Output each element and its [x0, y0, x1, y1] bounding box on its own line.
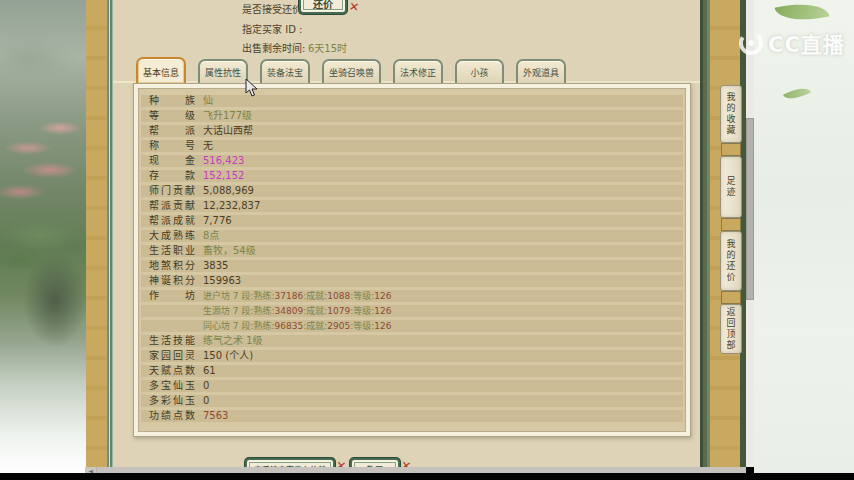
sidebar-connector: [721, 291, 741, 304]
info-value: 3835: [203, 260, 228, 272]
info-value: 7,776: [203, 215, 232, 227]
info-rows: 种 族仙等 级飞升177级帮 派大话山西帮称 号无现 金516,423存 款15…: [139, 95, 685, 422]
info-value: 12,232,837: [203, 200, 260, 212]
info-value: 0: [203, 395, 209, 407]
character-info-panel: 种 族仙等 级飞升177级帮 派大话山西帮称 号无现 金516,423存 款15…: [133, 83, 691, 437]
workshop-text: 同心坊 7 段:: [203, 320, 253, 332]
info-label: 等 级: [149, 110, 195, 122]
mouse-cursor: [245, 78, 259, 98]
info-value: 仙: [203, 95, 213, 107]
sidebar-item-back-to-top[interactable]: 返回顶部: [720, 304, 742, 354]
workshop-text: 37186: [275, 290, 304, 302]
sidebar-connector: [721, 143, 741, 156]
workshop-text: 1088: [327, 290, 350, 302]
info-row: 生活职业畜牧，54级: [141, 245, 683, 257]
info-row: 等 级飞升177级: [141, 110, 683, 122]
tab-mounts[interactable]: 坐骑召唤兽: [322, 59, 381, 83]
info-label: 多宝仙玉: [149, 380, 195, 392]
quick-sidebar: 我的收藏足迹我的还价返回顶部: [719, 85, 743, 354]
info-row: 帮 派大话山西帮: [141, 125, 683, 137]
info-label: 生活技能: [149, 335, 195, 347]
right-green-frame-strip: [700, 0, 710, 467]
workshop-text: 成就:: [306, 305, 327, 317]
tab-appearance[interactable]: 外观道具: [516, 59, 566, 83]
workshop-text: 96835: [275, 320, 304, 332]
info-row: 生活技能练气之术 1级: [141, 335, 683, 347]
info-value: 516,423: [203, 155, 244, 167]
remaining-time-label: 出售剩余时间:: [242, 40, 305, 55]
info-label: 帮派贡献: [149, 200, 195, 212]
tab-attributes[interactable]: 属性抗性: [198, 59, 248, 83]
cancel-x-icon[interactable]: ✕: [348, 0, 360, 15]
tabs: 基本信息属性抗性装备法宝坐骑召唤兽法术修正小孩外观道具: [136, 57, 566, 83]
screen: 是否接受还价: 还价 ✕ 指定买家 ID : 出售剩余时间: 6天15时 基本信…: [0, 0, 854, 480]
info-row: 大成熟练8点: [141, 230, 683, 242]
leaf-decoration-1: [774, 0, 829, 27]
info-label: 地煞积分: [149, 260, 195, 272]
info-value: 7563: [203, 410, 228, 422]
info-row: 生源坊 7 段: 熟练: 34809: 成就: 1079: 等级: 126: [141, 305, 683, 317]
bottom-black-bar: [0, 473, 854, 480]
info-value: 无: [203, 140, 213, 152]
info-value: 159963: [203, 275, 241, 287]
left-tan-frame-strip: [86, 0, 108, 473]
workshop-text: 成就:: [306, 290, 327, 302]
info-row: 帮派贡献12,232,837: [141, 200, 683, 212]
leaf-decoration-2: [783, 83, 811, 105]
info-value: 61: [203, 365, 216, 377]
tab-spell-correction[interactable]: 法术修正: [393, 59, 443, 83]
workshop-text: 126: [374, 305, 391, 317]
buyer-id-label: 指定买家 ID :: [242, 21, 302, 36]
info-row: 存 款152,152: [141, 170, 683, 182]
info-label: 多彩仙玉: [149, 395, 195, 407]
info-value: 5,088,969: [203, 185, 254, 197]
sidebar-connector: [721, 218, 741, 231]
workshop-text: 熟练:: [253, 290, 274, 302]
sidebar-item-my-counter-offers[interactable]: 我的还价: [720, 231, 742, 291]
workshop-text: 等级:: [353, 320, 374, 332]
info-row: 称 号无: [141, 140, 683, 152]
workshop-text: 生源坊 7 段:: [203, 305, 253, 317]
info-row: 神诞积分159963: [141, 275, 683, 287]
info-row: 家园回灵150 (个人): [141, 350, 683, 362]
remaining-time-value: 6天15时: [308, 40, 347, 55]
left-background-art: [0, 0, 86, 473]
workshop-text: 成就:: [306, 320, 327, 332]
info-row: 帮派成就7,776: [141, 215, 683, 227]
cc-live-watermark: CC直播: [738, 28, 845, 58]
info-label: 称 号: [149, 140, 195, 152]
tab-basic-info[interactable]: 基本信息: [136, 57, 186, 83]
info-value: 飞升177级: [203, 110, 252, 122]
info-label: 存 款: [149, 170, 195, 182]
info-row: 师门贡献5,088,969: [141, 185, 683, 197]
info-row: 多宝仙玉0: [141, 380, 683, 392]
vertical-scrollbar-thumb[interactable]: [746, 118, 754, 300]
info-label: 现 金: [149, 155, 195, 167]
info-row: 天赋点数61: [141, 365, 683, 377]
info-value: 大话山西帮: [203, 125, 253, 137]
info-label: 生活职业: [149, 245, 195, 257]
tab-equipment[interactable]: 装备法宝: [260, 59, 310, 83]
tab-child[interactable]: 小孩: [455, 59, 504, 83]
info-row: 作 坊进户坊 7 段: 熟练: 37186: 成就: 1088: 等级: 126: [141, 290, 683, 302]
info-value: 8点: [203, 230, 219, 242]
sidebar-item-footprints[interactable]: 足迹: [720, 156, 742, 218]
info-label: 帮 派: [149, 125, 195, 137]
info-row: 功绩点数7563: [141, 410, 683, 422]
workshop-text: 进户坊 7 段:: [203, 290, 253, 302]
info-label: 家园回灵: [149, 350, 195, 362]
counter-offer-button[interactable]: 还价: [299, 0, 347, 14]
right-page-background: [754, 0, 854, 473]
cc-live-text: CC直播: [768, 28, 845, 58]
workshop-text: 126: [374, 320, 391, 332]
info-label: 神诞积分: [149, 275, 195, 287]
workshop-text: 等级:: [353, 290, 374, 302]
info-row: 现 金516,423: [141, 155, 683, 167]
sidebar-item-my-collection[interactable]: 我的收藏: [720, 85, 742, 143]
info-row: 多彩仙玉0: [141, 395, 683, 407]
workshop-text: 34809: [275, 305, 304, 317]
vertical-scrollbar[interactable]: [746, 0, 754, 467]
info-label: 师门贡献: [149, 185, 195, 197]
workshop-text: 1079: [327, 305, 350, 317]
accept-counter-offer-label: 是否接受还价:: [242, 1, 305, 16]
